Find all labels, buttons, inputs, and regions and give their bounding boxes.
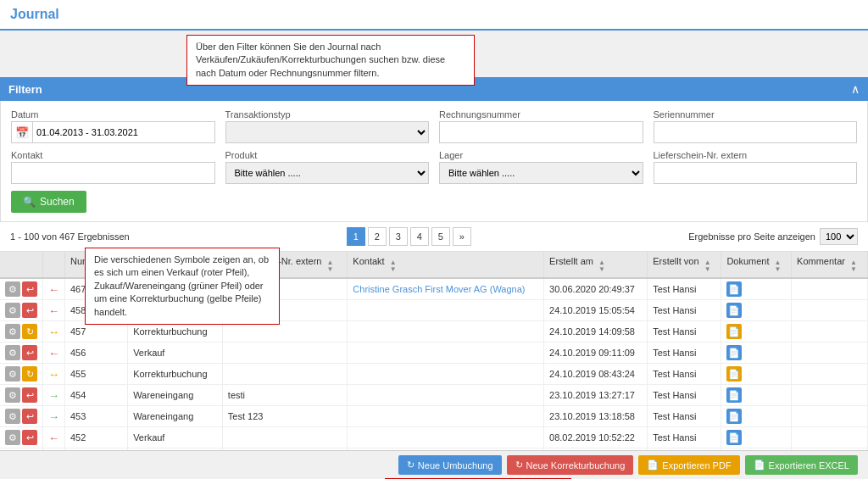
col-arrow xyxy=(43,252,65,278)
row-kommentar xyxy=(792,343,868,364)
gear-button[interactable]: ⚙ xyxy=(5,430,20,445)
col-dokument[interactable]: Dokument ▲▼ xyxy=(721,252,792,278)
doc-icon-btn[interactable]: 📄 xyxy=(726,345,742,360)
row-kontakt xyxy=(348,321,544,343)
search-button[interactable]: 🔍 Suchen xyxy=(11,191,86,213)
rechnungsnummer-input[interactable] xyxy=(439,121,643,143)
footer-bar: ↻ Neue Umbuchung ↻ Neue Korrekturbuchung… xyxy=(0,450,868,479)
col-erstellt-von[interactable]: Erstellt von ▲▼ xyxy=(648,252,721,278)
doc-icon-btn[interactable]: 📄 xyxy=(726,430,742,445)
excel-button[interactable]: 📄 Exportieren EXCEL xyxy=(745,455,858,475)
gear-button[interactable]: ⚙ xyxy=(5,366,20,382)
lager-select[interactable]: Bitte wählen ..... xyxy=(439,162,643,184)
page-5[interactable]: 5 xyxy=(431,227,450,246)
return-button[interactable]: ↩ xyxy=(22,430,37,445)
row-kontakt: Christine Grasch First Mover AG (Wagna) xyxy=(348,278,544,300)
row-erstellt-am: 08.02.2019 10:52:22 xyxy=(544,427,648,448)
arrow-red-icon: ← xyxy=(48,432,59,444)
row-erstellt-am: 24.10.2019 15:05:54 xyxy=(544,300,648,321)
filter-section: Filtern ∧ Datum 📅 Transaktionstyp Verkau… xyxy=(0,77,868,222)
tooltip-mid: Die verschiedenen Symbole zeigen an, ob … xyxy=(85,248,280,325)
page-next[interactable]: » xyxy=(453,227,471,246)
kontakt-link[interactable]: Christine Grasch First Mover AG (Wagna) xyxy=(353,284,525,294)
row-type: Verkauf xyxy=(128,427,223,448)
return-button[interactable]: ↩ xyxy=(22,387,37,403)
col-kommentar[interactable]: Kommentar ▲▼ xyxy=(792,252,868,278)
return-button[interactable]: ↩ xyxy=(22,345,37,360)
row-actions: ⚙ ↻ xyxy=(0,321,43,343)
doc-icon-btn[interactable]: 📄 xyxy=(726,281,742,297)
arrow-red-icon: ← xyxy=(48,304,59,317)
row-erstellt-am: 30.06.2020 20:49:37 xyxy=(544,278,648,300)
row-kommentar xyxy=(792,321,868,343)
filter-toggle-icon[interactable]: ∧ xyxy=(851,82,860,96)
table-row: ⚙ ↩ ← 452 Verkauf 08.02.2019 10:52:22 Te… xyxy=(0,427,868,448)
gear-button[interactable]: ⚙ xyxy=(5,409,20,424)
excel-icon: 📄 xyxy=(754,460,765,471)
row-dokument: 📄 xyxy=(721,300,792,321)
per-page-select[interactable]: 100 50 25 xyxy=(820,228,858,245)
row-dokument: 📄 xyxy=(721,343,792,364)
return-button[interactable]: ↩ xyxy=(22,409,37,424)
col-erstellt-am[interactable]: Erstellt am ▲▼ xyxy=(544,252,648,278)
row-actions: ⚙ ↩ xyxy=(0,406,43,427)
row-kontakt xyxy=(348,364,544,385)
arrow-green-icon: → xyxy=(48,389,59,402)
doc-icon-btn[interactable]: 📄 xyxy=(726,366,742,382)
row-type: Wareneingang xyxy=(128,406,223,427)
copy-button[interactable]: ↻ xyxy=(22,324,37,339)
row-kontakt xyxy=(348,427,544,448)
table-row: ⚙ ↩ → 454 Wareneingang testi 23.10.2019 … xyxy=(0,385,868,406)
gear-button[interactable]: ⚙ xyxy=(5,387,20,403)
gear-button[interactable]: ⚙ xyxy=(5,345,20,360)
kontakt-input[interactable] xyxy=(11,162,215,184)
row-kontakt xyxy=(348,300,544,321)
row-erstellt-am: 23.10.2019 13:27:17 xyxy=(544,385,648,406)
row-arrow-cell: ← xyxy=(43,427,65,448)
return-button[interactable]: ↩ xyxy=(22,303,37,318)
transaktionstyp-select[interactable]: Verkauf Wareneingang Korrekturbuchung xyxy=(225,121,430,143)
arrow-red-icon: ← xyxy=(48,347,59,359)
page-4[interactable]: 4 xyxy=(410,227,429,246)
filter-title: Filtern xyxy=(8,83,42,96)
page-1[interactable]: 1 xyxy=(347,227,365,246)
row-erstellt-am: 24.10.2019 14:09:58 xyxy=(544,321,648,343)
row-erstellt-am: 24.10.2019 09:11:09 xyxy=(544,343,648,364)
row-lieferschein xyxy=(222,364,348,385)
lager-label: Lager xyxy=(439,150,643,160)
page-2[interactable]: 2 xyxy=(368,227,387,246)
gear-button[interactable]: ⚙ xyxy=(5,281,20,297)
copy-button[interactable]: ↻ xyxy=(22,366,37,382)
return-button[interactable]: ↩ xyxy=(22,281,37,297)
doc-icon-btn[interactable]: 📄 xyxy=(726,303,742,318)
seriennummer-label: Seriennummer xyxy=(654,109,858,120)
doc-icon-btn[interactable]: 📄 xyxy=(726,324,742,339)
pdf-button[interactable]: 📄 Exportieren PDF xyxy=(638,455,739,475)
lieferschein-input[interactable] xyxy=(654,162,858,184)
row-arrow-cell: ↔ xyxy=(43,364,65,385)
row-number: 452 xyxy=(65,427,128,448)
row-dokument: 📄 xyxy=(721,364,792,385)
seriennummer-input[interactable] xyxy=(654,121,858,143)
row-arrow-cell: ← xyxy=(43,278,65,300)
gear-button[interactable]: ⚙ xyxy=(5,324,20,339)
row-actions: ⚙ ↩ xyxy=(0,427,43,448)
gear-button[interactable]: ⚙ xyxy=(5,303,20,318)
row-dokument: 📄 xyxy=(721,427,792,448)
row-actions: ⚙ ↻ xyxy=(0,364,43,385)
arrow-yellow-icon: ↔ xyxy=(48,368,59,381)
umbuchung-button[interactable]: ↻ Neue Umbuchung xyxy=(398,455,502,475)
page-3[interactable]: 3 xyxy=(389,227,408,246)
arrow-red-icon: ← xyxy=(48,283,59,296)
col-kontakt[interactable]: Kontakt ▲▼ xyxy=(348,252,544,278)
row-arrow-cell: ↔ xyxy=(43,321,65,343)
korrekturbuchung-button[interactable]: ↻ Neue Korrekturbuchung xyxy=(507,455,634,475)
row-kommentar xyxy=(792,406,868,427)
datum-input[interactable] xyxy=(33,122,214,142)
produkt-select[interactable]: Bitte wählen ..... xyxy=(225,162,430,184)
row-kommentar xyxy=(792,300,868,321)
row-kontakt xyxy=(348,385,544,406)
doc-icon-btn[interactable]: 📄 xyxy=(726,387,742,403)
row-type: Verkauf xyxy=(128,343,223,364)
doc-icon-btn[interactable]: 📄 xyxy=(726,409,742,424)
